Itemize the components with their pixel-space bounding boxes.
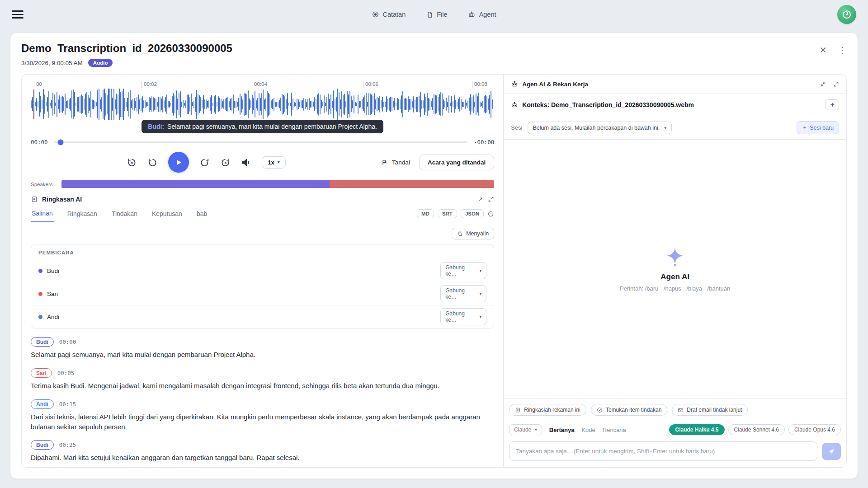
tab-ringkasan[interactable]: Ringkasan [66,206,98,222]
quick-action-label: Ringkaslah rekaman ini [524,407,580,413]
mail-icon [678,407,684,413]
add-context-button[interactable]: ＋ [826,99,839,110]
entry-timestamp[interactable]: 00:00 [59,338,76,345]
merge-label: Gabung ke… [445,310,474,323]
expand-icon[interactable] [833,81,839,87]
copy-button[interactable]: Menyalin [452,228,494,239]
collapse-icon[interactable] [820,81,826,87]
new-session-button[interactable]: ＋ Sesi baru [797,121,839,134]
chat-input[interactable] [509,441,817,461]
quick-action-summarize[interactable]: Ringkaslah rekaman ini [509,404,586,416]
check-circle-icon [597,407,603,413]
speed-selector[interactable]: 1x ▾ [262,156,286,169]
paper-plane-icon [828,448,835,455]
open-external-icon[interactable] [477,196,484,202]
speaker-row: Andi Gabung ke…▾ [31,305,494,328]
speaker-badge[interactable]: Budi [31,440,54,450]
speaker-row: Budi Gabung ke…▾ [31,259,494,282]
forward-5-icon[interactable]: 5 [220,157,231,168]
quick-action-find-actions[interactable]: Temukan item tindakan [591,404,667,416]
app-logo[interactable] [837,5,856,24]
mode-bertanya[interactable]: Bertanya [549,427,575,433]
tab-tindakan[interactable]: Tindakan [111,206,138,222]
remaining-time: -00:08 [474,139,494,145]
robot-icon [468,11,476,18]
waveform[interactable] [31,89,494,120]
speakers-box: PEMBICARA Budi Gabung ke…▾ Sari Gabung k… [31,244,494,328]
entry-timestamp[interactable]: 00:25 [59,441,76,448]
quick-action-draft-email[interactable]: Draf email tindak lanjut [672,404,748,416]
nav-item-catatan[interactable]: Catatan [372,11,406,18]
flag-icon [382,159,388,166]
tick-label: 00 [36,81,42,87]
rewind-5-icon[interactable]: 5 [127,157,137,168]
hamburger-menu-icon[interactable] [12,8,24,21]
purple-segment[interactable] [61,180,330,188]
entry-text[interactable]: Dari sisi teknis, latensi API lebih ting… [31,412,494,432]
provider-dropdown[interactable]: Claude ▾ [509,424,542,435]
mark-button[interactable]: Tandai [382,159,410,166]
rewind-icon[interactable] [147,157,158,168]
forward-icon[interactable] [199,157,210,168]
tab-salinan[interactable]: Salinan [31,206,54,222]
tick-label: 00:02 [144,81,157,87]
close-icon[interactable]: ✕ [819,46,827,55]
volume-icon[interactable] [241,157,251,168]
refresh-icon[interactable] [487,211,494,217]
chevron-down-icon: ▾ [479,314,481,319]
speakers-bar[interactable] [61,180,494,188]
caption-text: Selamat pagi semuanya, mari kita mulai d… [167,123,377,130]
speaker-badge[interactable]: Sari [31,368,52,378]
agent-panel: Agen AI & Rekan Kerja Konteks: Demo_Tran… [503,75,846,467]
export-json-button[interactable]: JSON [461,209,484,218]
session-label: Sesi [511,124,522,131]
marked-events-button[interactable]: Acara yang ditandai [419,155,494,170]
speaker-row: Sari Gabung ke…▾ [31,282,494,305]
copy-icon [457,231,463,237]
seek-knob[interactable] [58,139,64,145]
send-button[interactable] [822,443,841,460]
kebab-menu-icon[interactable]: ⋮ [838,46,847,55]
merge-select[interactable]: Gabung ke…▾ [440,285,486,302]
model-claude-opus[interactable]: Claude Opus 4.6 [788,424,841,435]
entry-text[interactable]: Selamat pagi semuanya, mari kita mulai d… [31,350,494,360]
chevron-down-icon: ▾ [278,160,280,164]
export-srt-button[interactable]: SRT [438,209,457,218]
export-md-button[interactable]: MD [417,209,434,218]
maximize-icon[interactable] [488,196,494,202]
play-button[interactable] [168,152,189,173]
entry-text[interactable]: Dipahami. Mari kita setujui kenaikan ang… [31,453,494,463]
transcript-entry: Budi 00:25 Dipahami. Mari kita setujui k… [31,440,494,463]
tab-bab[interactable]: bab [196,206,208,222]
entry-timestamp[interactable]: 00:05 [57,370,75,376]
merge-select[interactable]: Gabung ke…▾ [440,308,486,325]
waveform-timeline: 00 00:02 00:04 00:06 00:08 [31,81,494,89]
nav-item-file[interactable]: File [426,11,447,18]
nav-item-agent[interactable]: Agent [468,11,496,18]
merge-select[interactable]: Gabung ke…▾ [440,262,486,279]
entry-timestamp[interactable]: 00:15 [59,401,76,408]
mode-rencana[interactable]: Rencana [603,427,626,433]
speaker-badge[interactable]: Budi [31,337,54,347]
model-claude-sonnet[interactable]: Claude Sonnet 4.6 [728,424,785,435]
provider-label: Claude [514,427,531,433]
mode-kode[interactable]: Kode [581,427,595,433]
transcription-card: Demo_Transcription_id_20260330090005 3/3… [10,33,858,479]
copy-label: Menyalin [466,230,489,237]
model-claude-haiku[interactable]: Claude Haiku 4.5 [669,424,724,435]
speaker-color-dot [38,315,42,319]
agent-panel-title: Agen AI & Rekan Kerja [522,81,588,88]
top-navigation: Catatan File Agent [372,11,496,18]
red-segment[interactable] [330,180,494,188]
nav-label: File [437,11,447,18]
agent-empty-title: Agen AI [660,272,689,282]
session-dropdown[interactable]: Belum ada sesi. Mulailah percakapan di b… [528,122,672,134]
speaker-badge[interactable]: Andi [31,399,54,409]
playhead[interactable] [33,89,34,119]
entry-text[interactable]: Terima kasih Budi. Mengenai jadwal, kami… [31,381,494,391]
seek-bar[interactable] [54,141,467,143]
new-session-label: Sesi baru [810,125,834,131]
tab-keputusan[interactable]: Keputusan [151,206,183,222]
summary-title: Ringkasan AI [42,196,82,203]
tick-label: 00:08 [474,81,487,87]
